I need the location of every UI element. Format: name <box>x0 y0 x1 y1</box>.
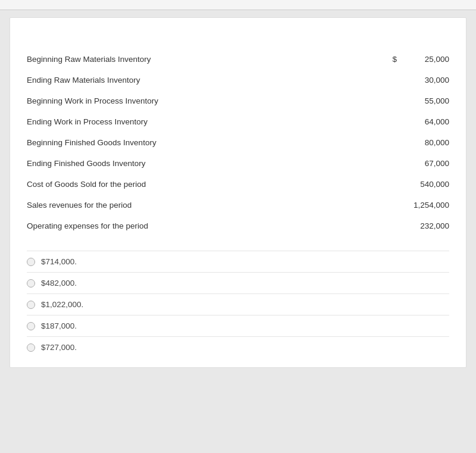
data-row-label: Sales revenues for the period <box>27 201 354 210</box>
question-header <box>0 0 476 10</box>
data-row-value-container: $25,000 <box>354 55 449 64</box>
radio-button[interactable] <box>27 258 35 266</box>
data-row-value-container: 1,254,000 <box>354 201 449 210</box>
data-row: Cost of Goods Sold for the period540,000 <box>27 174 449 195</box>
page-container: Beginning Raw Materials Inventory$25,000… <box>0 0 476 368</box>
data-row-value-container: 232,000 <box>354 221 449 230</box>
data-row-value: 1,254,000 <box>402 201 449 210</box>
data-row-label: Ending Raw Materials Inventory <box>27 76 354 85</box>
data-row-value: 67,000 <box>402 159 449 168</box>
data-row: Ending Work in Process Inventory64,000 <box>27 111 449 132</box>
data-row-value: 540,000 <box>402 180 449 189</box>
data-row-value-container: 64,000 <box>354 117 449 126</box>
data-row-value: 30,000 <box>402 76 449 85</box>
data-row-value-container: 80,000 <box>354 138 449 147</box>
data-row: Sales revenues for the period1,254,000 <box>27 195 449 215</box>
data-row-value-container: 67,000 <box>354 159 449 168</box>
data-row-label: Operating expenses for the period <box>27 221 354 230</box>
answer-option[interactable]: $727,000. <box>27 336 449 358</box>
answer-options: $714,000.$482,000.$1,022,000.$187,000.$7… <box>27 251 449 358</box>
question-card: Beginning Raw Materials Inventory$25,000… <box>10 17 466 368</box>
answer-option-label: $482,000. <box>41 279 77 288</box>
data-row-value: 80,000 <box>402 138 449 147</box>
data-row-label: Beginning Raw Materials Inventory <box>27 55 354 64</box>
answer-option-label: $187,000. <box>41 321 77 330</box>
radio-button[interactable] <box>27 279 35 288</box>
data-row: Beginning Raw Materials Inventory$25,000 <box>27 49 449 70</box>
radio-button[interactable] <box>27 301 35 309</box>
data-row-label: Beginning Work in Process Inventory <box>27 96 354 105</box>
data-row: Beginning Work in Process Inventory55,00… <box>27 90 449 111</box>
data-row-value-container: 540,000 <box>354 180 449 189</box>
data-row-value: 232,000 <box>402 221 449 230</box>
dollar-sign: $ <box>392 55 397 64</box>
data-row-label: Ending Finished Goods Inventory <box>27 159 354 168</box>
data-row-value: 25,000 <box>402 55 449 64</box>
data-row-label: Ending Work in Process Inventory <box>27 117 354 126</box>
data-row-label: Beginning Finished Goods Inventory <box>27 138 354 147</box>
answer-option-label: $1,022,000. <box>41 300 83 309</box>
data-row-value: 64,000 <box>402 117 449 126</box>
radio-button[interactable] <box>27 343 35 352</box>
answer-option-label: $714,000. <box>41 257 77 266</box>
data-row: Ending Raw Materials Inventory30,000 <box>27 70 449 90</box>
data-row-value-container: 55,000 <box>354 96 449 105</box>
answer-option-label: $727,000. <box>41 343 77 352</box>
data-table: Beginning Raw Materials Inventory$25,000… <box>27 49 449 236</box>
answer-option[interactable]: $187,000. <box>27 315 449 336</box>
answer-option[interactable]: $482,000. <box>27 272 449 293</box>
answer-option[interactable]: $1,022,000. <box>27 293 449 315</box>
data-row: Ending Finished Goods Inventory67,000 <box>27 153 449 174</box>
data-row: Beginning Finished Goods Inventory80,000 <box>27 132 449 153</box>
answer-option[interactable]: $714,000. <box>27 251 449 272</box>
data-row-value-container: 30,000 <box>354 76 449 85</box>
data-row-label: Cost of Goods Sold for the period <box>27 180 354 189</box>
radio-button[interactable] <box>27 322 35 330</box>
data-row: Operating expenses for the period232,000 <box>27 215 449 236</box>
data-row-value: 55,000 <box>402 96 449 105</box>
